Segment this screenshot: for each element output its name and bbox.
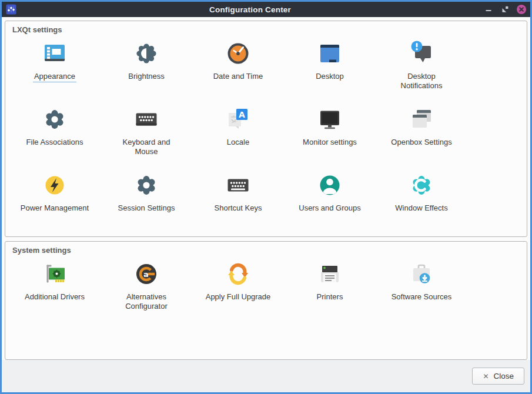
item-label: Additional Drivers [24, 292, 86, 302]
launcher-item-desktop-notifications[interactable]: Desktop Notifications [376, 36, 467, 102]
item-label: Apply Full Upgrade [205, 292, 272, 302]
close-x-icon: ✕ [483, 373, 488, 380]
users-groups-icon [316, 171, 344, 199]
maximize-button[interactable] [500, 5, 510, 14]
launcher-item-openbox-settings[interactable]: Openbox Settings [376, 102, 467, 168]
window-title: Configuration Center [16, 5, 484, 14]
locale-icon: A [224, 105, 252, 133]
item-label: Date and Time [212, 72, 265, 82]
appearance-icon [41, 39, 69, 68]
item-label: Alternatives Configurator [112, 292, 180, 312]
item-label: Window Effects [394, 203, 449, 213]
configuration-center-window: Configuration Center LXQt settings [0, 0, 532, 394]
item-label: Openbox Settings [390, 138, 453, 148]
alternatives-configurator-icon: a [132, 260, 160, 288]
brightness-icon [132, 39, 160, 68]
lxqt-settings-section: LXQt settings AppearanceBrightnessDate a… [5, 21, 527, 237]
item-label: Users and Groups [297, 203, 362, 213]
svg-text:a: a [143, 270, 149, 279]
item-label: File Associations [25, 138, 85, 148]
item-label: Appearance [33, 72, 76, 82]
keyboard-mouse-icon [132, 105, 160, 133]
section-title: System settings [10, 245, 522, 255]
monitor-settings-icon [316, 105, 344, 133]
item-label: Session Settings [117, 203, 176, 213]
launcher-item-date-and-time[interactable]: Date and Time [192, 36, 284, 102]
window-effects-icon [407, 171, 436, 199]
launcher-item-apply-full-upgrade[interactable]: Apply Full Upgrade [192, 256, 284, 322]
desktop-notifications-icon [407, 39, 436, 68]
launcher-item-locale[interactable]: ALocale [192, 102, 284, 168]
section-title: LXQt settings [10, 24, 522, 34]
shortcut-keys-icon [224, 171, 252, 199]
item-label: Desktop Notifications [387, 72, 456, 91]
launcher-item-printers[interactable]: Printers [284, 256, 376, 322]
printers-icon [316, 260, 344, 288]
launcher-item-file-associations[interactable]: File Associations [9, 102, 101, 168]
item-label: Brightness [127, 72, 165, 82]
main-content: LXQt settings AppearanceBrightnessDate a… [2, 17, 530, 360]
power-management-icon [41, 171, 69, 199]
item-label: Keyboard and Mouse [112, 138, 180, 157]
launcher-item-window-effects[interactable]: Window Effects [376, 168, 467, 233]
launcher-item-brightness[interactable]: Brightness [101, 36, 192, 102]
app-icon [6, 4, 16, 15]
close-button-label: Close [493, 372, 514, 380]
launcher-item-session-settings[interactable]: Session Settings [101, 168, 192, 233]
item-label: Power Management [19, 203, 90, 213]
window-controls [484, 5, 526, 14]
launcher-item-keyboard-and-mouse[interactable]: Keyboard and Mouse [101, 102, 192, 168]
lxqt-settings-grid: AppearanceBrightnessDate and TimeDesktop… [9, 36, 522, 233]
item-label: Software Sources [390, 292, 453, 302]
svg-text:A: A [239, 110, 245, 119]
launcher-item-shortcut-keys[interactable]: Shortcut Keys [192, 168, 284, 233]
launcher-item-software-sources[interactable]: Software Sources [376, 256, 467, 322]
session-settings-icon [132, 171, 160, 199]
additional-drivers-icon [41, 260, 69, 288]
system-settings-grid: Additional DriversaAlternatives Configur… [9, 256, 522, 322]
openbox-settings-icon [407, 105, 436, 133]
minimize-button[interactable] [484, 5, 493, 14]
launcher-item-alternatives-configurator[interactable]: aAlternatives Configurator [101, 256, 192, 322]
launcher-item-users-and-groups[interactable]: Users and Groups [284, 168, 376, 233]
launcher-item-desktop[interactable]: Desktop [284, 36, 376, 102]
date-time-icon [224, 39, 252, 68]
item-label: Printers [316, 292, 344, 302]
launcher-item-monitor-settings[interactable]: Monitor settings [284, 102, 376, 168]
launcher-item-additional-drivers[interactable]: Additional Drivers [9, 256, 101, 322]
footer-bar: ✕ Close [2, 360, 530, 392]
apply-full-upgrade-icon [224, 260, 252, 288]
launcher-item-power-management[interactable]: Power Management [9, 168, 101, 233]
item-label: Desktop [314, 72, 345, 82]
titlebar: Configuration Center [2, 2, 530, 17]
desktop-icon [316, 39, 344, 68]
file-associations-icon [41, 105, 69, 133]
item-label: Shortcut Keys [213, 203, 263, 213]
system-settings-section: System settings Additional DriversaAlter… [5, 241, 527, 360]
item-label: Monitor settings [302, 138, 358, 148]
launcher-item-appearance[interactable]: Appearance [9, 36, 101, 102]
close-dialog-button[interactable]: ✕ Close [472, 368, 524, 385]
item-label: Locale [226, 138, 250, 148]
software-sources-icon [407, 260, 436, 288]
close-window-button[interactable] [517, 5, 526, 14]
